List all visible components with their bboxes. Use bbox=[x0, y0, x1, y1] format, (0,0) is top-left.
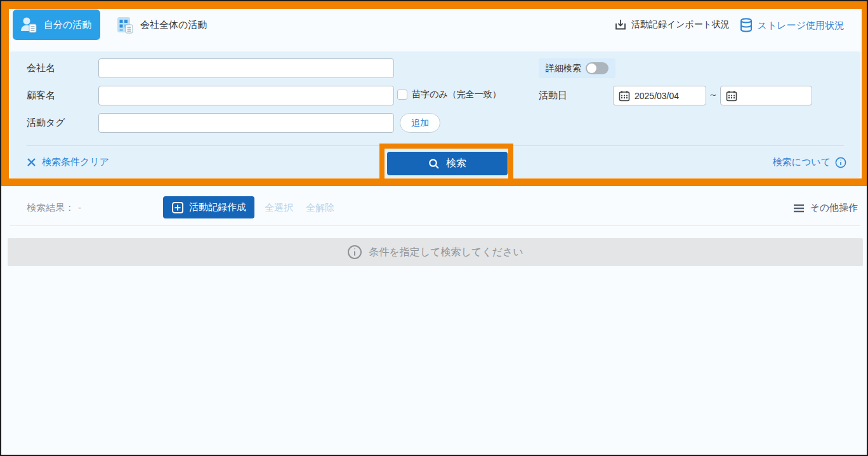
building-document-icon bbox=[115, 15, 135, 34]
deselect-all-button[interactable]: 全解除 bbox=[306, 202, 334, 214]
checkbox-label: 苗字のみ（完全一致） bbox=[412, 89, 501, 100]
calendar-icon bbox=[619, 90, 630, 102]
calendar-icon bbox=[726, 90, 737, 102]
results-count-label: 検索結果： bbox=[27, 202, 74, 214]
add-tag-button[interactable]: 追加 bbox=[400, 113, 440, 133]
about-search-link[interactable]: 検索について bbox=[773, 156, 846, 168]
more-actions-button[interactable]: その他操作 bbox=[793, 202, 858, 214]
date-from-input[interactable]: 2025/03/04 bbox=[613, 86, 706, 105]
date-to-input[interactable] bbox=[720, 86, 812, 105]
checkbox-box[interactable] bbox=[397, 90, 407, 100]
date-range-separator: ～ bbox=[707, 89, 720, 101]
create-activity-button[interactable]: 活動記録作成 bbox=[163, 196, 254, 218]
empty-state-banner: 条件を指定して検索してください bbox=[8, 238, 863, 266]
company-name-label: 会社名 bbox=[27, 62, 55, 74]
activity-date-label: 活動日 bbox=[539, 90, 567, 102]
tab-my-activities[interactable]: 自分の活動 bbox=[13, 10, 100, 40]
search-panel: 会社名 顧客名 苗字のみ（完全一致） 活動タグ 追加 詳細検索 活動日 bbox=[10, 51, 860, 178]
detail-search-label: 詳細検索 bbox=[546, 63, 581, 74]
info-icon bbox=[835, 157, 846, 168]
activity-tag-input[interactable] bbox=[98, 113, 394, 133]
panel-divider bbox=[27, 145, 844, 146]
download-icon bbox=[614, 18, 627, 31]
toolbar-divider bbox=[10, 225, 860, 226]
company-name-input[interactable] bbox=[98, 58, 394, 78]
activity-tag-label: 活動タグ bbox=[27, 117, 65, 129]
toggle-switch[interactable] bbox=[586, 62, 608, 74]
customer-name-input[interactable] bbox=[98, 86, 394, 105]
clear-search-link[interactable]: 検索条件クリア bbox=[27, 156, 109, 168]
about-search-label: 検索について bbox=[773, 156, 831, 168]
create-activity-label: 活動記録作成 bbox=[189, 201, 246, 213]
customer-name-label: 顧客名 bbox=[27, 90, 55, 102]
link-label: 活動記録インポート状況 bbox=[631, 19, 730, 30]
select-all-button[interactable]: 全選択 bbox=[265, 202, 293, 214]
link-import-status[interactable]: 活動記録インポート状況 bbox=[614, 18, 730, 31]
plus-square-icon bbox=[171, 201, 184, 214]
tab-company-activities[interactable]: 会社全体の活動 bbox=[109, 10, 213, 40]
search-icon bbox=[428, 158, 440, 170]
info-icon bbox=[347, 245, 362, 260]
empty-state-message: 条件を指定して検索してください bbox=[369, 246, 523, 259]
x-icon bbox=[27, 158, 36, 167]
link-label: ストレージ使用状況 bbox=[758, 20, 844, 32]
search-button-label: 検索 bbox=[446, 157, 466, 170]
link-storage-usage[interactable]: ストレージ使用状況 bbox=[739, 18, 844, 33]
tab-label: 自分の活動 bbox=[44, 19, 91, 31]
results-count: 検索結果： - bbox=[27, 202, 81, 214]
activity-search-page: 自分の活動 会社全体の活動 bbox=[0, 0, 868, 456]
tab-label: 会社全体の活動 bbox=[140, 19, 207, 31]
menu-icon bbox=[793, 204, 805, 213]
detail-search-toggle[interactable]: 詳細検索 bbox=[539, 58, 615, 78]
person-document-icon bbox=[19, 15, 38, 34]
database-icon bbox=[739, 18, 753, 33]
date-from-value: 2025/03/04 bbox=[635, 91, 679, 101]
surname-only-checkbox[interactable]: 苗字のみ（完全一致） bbox=[397, 89, 501, 100]
clear-search-label: 検索条件クリア bbox=[42, 156, 109, 168]
results-count-value: - bbox=[78, 202, 81, 214]
more-actions-label: その他操作 bbox=[810, 202, 858, 214]
search-button[interactable]: 検索 bbox=[387, 152, 508, 175]
